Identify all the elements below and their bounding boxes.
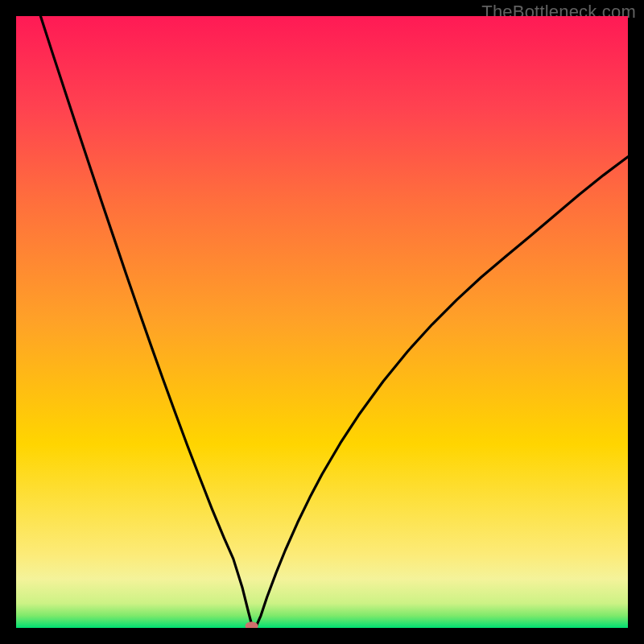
- chart-background-gradient: [16, 16, 628, 628]
- chart-frame: TheBottleneck.com: [0, 0, 644, 644]
- bottleneck-chart: [16, 16, 628, 628]
